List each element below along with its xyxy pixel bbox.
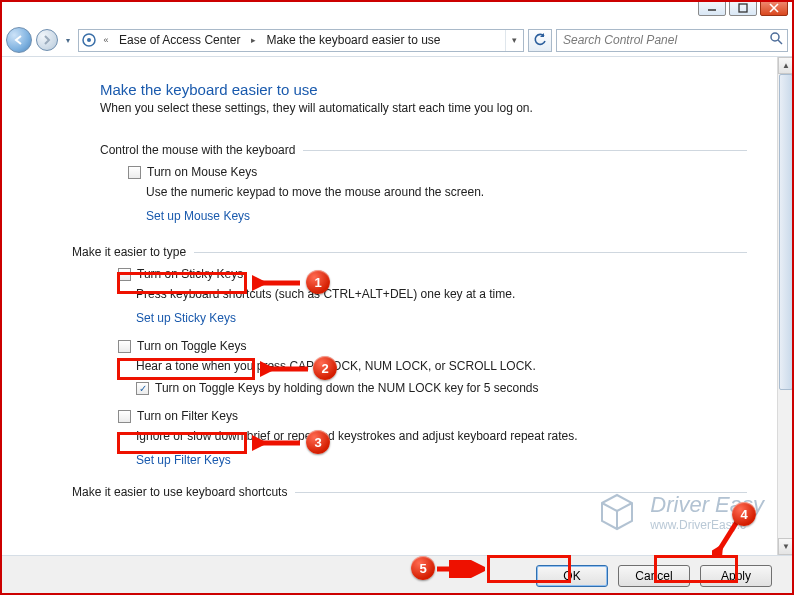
ok-button[interactable]: OK <box>536 565 608 587</box>
sticky-keys-desc: Press keyboard shortcuts (such as CTRL+A… <box>136 287 747 301</box>
filter-keys-desc: Ignore or slow down brief or repeated ke… <box>136 429 747 443</box>
divider <box>295 492 747 493</box>
toggle-keys-numlock-checkbox[interactable] <box>136 382 149 395</box>
search-input[interactable] <box>561 32 766 48</box>
maximize-button[interactable] <box>729 0 757 16</box>
scroll-down-button[interactable]: ▼ <box>778 538 794 555</box>
minimize-button[interactable] <box>698 0 726 16</box>
breadcrumb-arrow-icon: « <box>99 35 113 45</box>
nav-forward-button[interactable] <box>36 29 58 51</box>
toggle-keys-numlock-label: Turn on Toggle Keys by holding down the … <box>155 381 539 395</box>
sticky-keys-checkbox[interactable] <box>118 268 131 281</box>
toggle-keys-label: Turn on Toggle Keys <box>137 339 246 353</box>
scroll-up-button[interactable]: ▲ <box>778 57 794 74</box>
nav-history-dropdown[interactable]: ▾ <box>62 27 74 53</box>
refresh-button[interactable] <box>528 29 552 52</box>
cancel-button[interactable]: Cancel <box>618 565 690 587</box>
apply-button[interactable]: Apply <box>700 565 772 587</box>
divider <box>194 252 747 253</box>
sticky-keys-label: Turn on Sticky Keys <box>137 267 243 281</box>
svg-line-7 <box>778 40 782 44</box>
search-icon <box>770 32 783 48</box>
divider <box>303 150 747 151</box>
breadcrumb-seg-1[interactable]: Ease of Access Center <box>113 30 246 51</box>
page-subtitle: When you select these settings, they wil… <box>100 101 747 115</box>
breadcrumb-seg-2[interactable]: Make the keyboard easier to use <box>260 30 446 51</box>
vertical-scrollbar[interactable]: ▲ ▼ <box>777 57 794 555</box>
toggle-keys-checkbox[interactable] <box>118 340 131 353</box>
mouse-keys-desc: Use the numeric keypad to move the mouse… <box>146 185 747 199</box>
breadcrumb-arrow-icon[interactable]: ▸ <box>246 35 260 45</box>
mouse-keys-checkbox[interactable] <box>128 166 141 179</box>
nav-back-button[interactable] <box>6 27 32 53</box>
filter-keys-checkbox[interactable] <box>118 410 131 423</box>
setup-sticky-keys-link[interactable]: Set up Sticky Keys <box>136 311 236 325</box>
section-header-shortcuts: Make it easier to use keyboard shortcuts <box>72 485 287 499</box>
page-title: Make the keyboard easier to use <box>100 81 747 98</box>
svg-point-6 <box>771 33 779 41</box>
svg-point-5 <box>87 38 91 42</box>
svg-rect-1 <box>739 4 747 12</box>
search-box[interactable] <box>556 29 788 52</box>
mouse-keys-label: Turn on Mouse Keys <box>147 165 257 179</box>
ease-of-access-icon <box>79 33 99 47</box>
toggle-keys-desc: Hear a tone when you press CAPS LOCK, NU… <box>136 359 747 373</box>
address-bar[interactable]: « Ease of Access Center ▸ Make the keybo… <box>78 29 524 52</box>
setup-filter-keys-link[interactable]: Set up Filter Keys <box>136 453 231 467</box>
filter-keys-label: Turn on Filter Keys <box>137 409 238 423</box>
section-header-type: Make it easier to type <box>72 245 186 259</box>
scrollbar-thumb[interactable] <box>779 74 793 390</box>
setup-mouse-keys-link[interactable]: Set up Mouse Keys <box>146 209 250 223</box>
address-dropdown[interactable]: ▾ <box>505 30 523 51</box>
close-button[interactable] <box>760 0 788 16</box>
section-header-mouse: Control the mouse with the keyboard <box>100 143 295 157</box>
